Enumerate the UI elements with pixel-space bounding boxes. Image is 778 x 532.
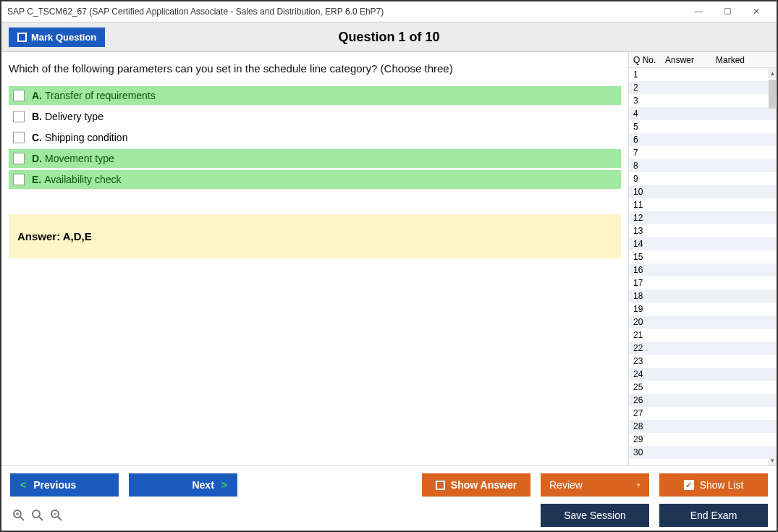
header-answer: Answer: [665, 55, 716, 65]
row-qno: 10: [633, 187, 669, 197]
show-list-label: Show List: [700, 479, 744, 491]
option-text: Shipping condition: [45, 132, 127, 143]
zoom-controls: [10, 508, 64, 523]
next-button[interactable]: Next >: [129, 473, 237, 497]
previous-button[interactable]: < Previous: [10, 473, 119, 497]
end-exam-button[interactable]: End Exam: [659, 504, 768, 527]
arrow-left-icon: <: [20, 479, 26, 491]
question-list-scrollbar[interactable]: ▴ ▾: [768, 68, 777, 465]
question-list-row[interactable]: 3: [629, 94, 777, 107]
option-checkbox[interactable]: [13, 90, 25, 101]
review-button[interactable]: Review ▾: [541, 473, 649, 497]
row-qno: 12: [633, 213, 669, 223]
question-list-row[interactable]: 4: [629, 107, 777, 120]
row-qno: 8: [633, 161, 669, 171]
question-list-row[interactable]: 16: [629, 263, 777, 276]
option-text: Transfer of requirements: [45, 90, 156, 101]
row-qno: 28: [633, 421, 669, 431]
question-list-row[interactable]: 19: [629, 303, 777, 316]
row-qno: 14: [633, 239, 669, 249]
save-session-button[interactable]: Save Session: [541, 504, 649, 527]
scroll-thumb[interactable]: [769, 80, 776, 109]
question-list-row[interactable]: 24: [629, 368, 777, 381]
option-D[interactable]: D.Movement type: [9, 149, 621, 168]
option-checkbox[interactable]: [13, 111, 25, 122]
question-list-row[interactable]: 7: [629, 146, 777, 159]
row-qno: 21: [633, 330, 669, 340]
row-qno: 19: [633, 304, 669, 314]
option-text: Availability check: [44, 174, 121, 185]
show-list-button[interactable]: ✔ Show List: [659, 473, 768, 497]
question-list-row[interactable]: 9: [629, 172, 777, 185]
row-qno: 25: [633, 382, 669, 392]
option-text: Movement type: [45, 153, 114, 164]
question-list-row[interactable]: 2: [629, 81, 777, 94]
question-list-header: Q No. Answer Marked: [629, 52, 777, 68]
row-qno: 6: [633, 135, 669, 145]
question-list-row[interactable]: 6: [629, 133, 777, 146]
svg-line-7: [58, 517, 62, 520]
question-list-row[interactable]: 20: [629, 316, 777, 329]
question-list-row[interactable]: 29: [629, 433, 777, 446]
question-list-row[interactable]: 12: [629, 211, 777, 224]
zoom-reset-icon[interactable]: [30, 508, 45, 523]
option-checkbox[interactable]: [13, 132, 25, 143]
zoom-in-icon[interactable]: [12, 508, 26, 523]
option-checkbox[interactable]: [13, 153, 25, 164]
question-list-row[interactable]: 25: [629, 381, 777, 394]
row-qno: 7: [633, 148, 669, 158]
row-qno: 29: [633, 434, 669, 444]
question-list-row[interactable]: 17: [629, 276, 777, 290]
question-list-rows[interactable]: ▴ ▾ 123456789101112131415161718192021222…: [629, 68, 777, 465]
close-button[interactable]: ✕: [742, 3, 771, 20]
question-list-row[interactable]: 1: [629, 68, 777, 81]
question-list-row[interactable]: 30: [629, 446, 777, 459]
save-session-label: Save Session: [564, 510, 626, 521]
row-qno: 26: [633, 395, 669, 405]
mark-question-button[interactable]: Mark Question: [9, 28, 105, 47]
row-qno: 15: [633, 252, 669, 262]
show-answer-button[interactable]: Show Answer: [422, 473, 530, 497]
option-letter: A.: [32, 90, 42, 101]
row-qno: 17: [633, 278, 669, 288]
question-list-row[interactable]: 22: [629, 342, 777, 355]
row-qno: 22: [633, 343, 669, 353]
mark-question-label: Mark Question: [31, 32, 96, 43]
question-list-row[interactable]: 15: [629, 250, 777, 263]
option-checkbox[interactable]: [13, 174, 25, 185]
minimize-button[interactable]: —: [684, 3, 713, 20]
maximize-button[interactable]: ☐: [713, 3, 742, 20]
chevron-down-icon: ▾: [637, 481, 640, 489]
option-C[interactable]: C.Shipping condition: [9, 128, 621, 147]
question-list-row[interactable]: 14: [629, 237, 777, 250]
question-list-row[interactable]: 8: [629, 159, 777, 172]
option-E[interactable]: E.Availability check: [9, 170, 621, 189]
scroll-up-icon[interactable]: ▴: [768, 68, 777, 78]
question-list-row[interactable]: 11: [629, 198, 777, 211]
question-list-row[interactable]: 13: [629, 224, 777, 237]
title-bar: SAP C_TSCM62_67 (SAP Certified Applicati…: [1, 1, 777, 22]
header-qno: Q No.: [629, 55, 665, 65]
option-A[interactable]: A.Transfer of requirements: [9, 86, 621, 105]
option-letter: B.: [32, 111, 42, 122]
zoom-out-icon[interactable]: [49, 508, 64, 523]
question-text: Which of the following parameters can yo…: [9, 62, 621, 75]
row-qno: 27: [633, 408, 669, 418]
question-counter-title: Question 1 of 10: [338, 30, 439, 45]
question-list-row[interactable]: 5: [629, 120, 777, 133]
previous-label: Previous: [33, 479, 76, 491]
scroll-down-icon[interactable]: ▾: [768, 455, 777, 465]
row-qno: 4: [633, 109, 669, 119]
question-list-row[interactable]: 21: [629, 329, 777, 342]
svg-point-4: [33, 510, 40, 518]
question-list-row[interactable]: 26: [629, 394, 777, 407]
question-list-row[interactable]: 10: [629, 185, 777, 198]
question-list-row[interactable]: 28: [629, 420, 777, 433]
question-list-row[interactable]: 18: [629, 290, 777, 303]
option-letter: C.: [32, 132, 42, 143]
question-list-row[interactable]: 27: [629, 407, 777, 420]
show-answer-label: Show Answer: [451, 479, 517, 491]
question-list-row[interactable]: 23: [629, 355, 777, 368]
option-B[interactable]: B.Delivery type: [9, 107, 621, 126]
next-label: Next: [192, 479, 213, 491]
